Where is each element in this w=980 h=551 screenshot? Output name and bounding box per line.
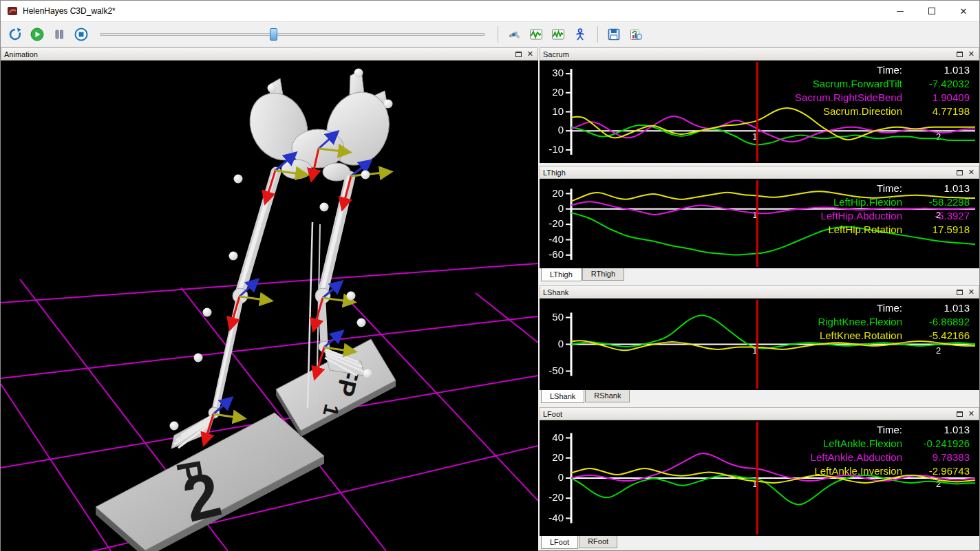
- legend-time-label: Time:: [821, 182, 902, 195]
- legend-series-value: 4.77198: [908, 105, 970, 118]
- 3d-viewport[interactable]: P 2 FP 1: [1, 61, 538, 550]
- legend-series-label: LeftHip.Flexion: [821, 195, 902, 209]
- close-panel-button[interactable]: ✕: [968, 410, 974, 418]
- float-panel-button[interactable]: [957, 411, 963, 417]
- legend-series-label: LeftHip.Rotation: [821, 223, 902, 237]
- title-bar[interactable]: HelenHayes C3D_walk2* ✕: [1, 1, 979, 21]
- float-panel-button[interactable]: [515, 52, 522, 57]
- legend-time-value: 1.013: [908, 301, 970, 315]
- chart-column: Sacrum ✕ Time:1.013Sacrum.ForwardTilt-7.…: [540, 47, 979, 550]
- chart-legend: Time:1.013Sacrum.ForwardTilt-7.42032Sacr…: [795, 63, 970, 118]
- legend-time-value: 1.013: [908, 63, 970, 77]
- legend-series-value: -5.3927: [908, 209, 970, 223]
- panel-lthigh: LThigh ✕ Time:1.013LeftHip.Flexion-58.22…: [540, 166, 979, 283]
- tab-lshank[interactable]: LShank: [541, 390, 584, 403]
- lthigh-chart[interactable]: Time:1.013LeftHip.Flexion-58.2298LeftHip…: [540, 179, 979, 268]
- application-window: HelenHayes C3D_walk2* ✕: [0, 0, 980, 551]
- legend-time-label: Time:: [811, 423, 902, 437]
- sacrum-panel-header: Sacrum ✕: [540, 47, 979, 61]
- lfoot-chart[interactable]: Time:1.013LeftAnkle.Flexion-0.241926Left…: [540, 420, 979, 536]
- legend-series-value: 17.5918: [908, 223, 970, 237]
- legend-series-value: -2.96743: [908, 464, 970, 478]
- legend-series-value: 9.78383: [908, 451, 970, 464]
- stop-button[interactable]: [71, 25, 92, 44]
- close-panel-button[interactable]: ✕: [527, 50, 533, 58]
- panel-title: LShank: [543, 288, 568, 296]
- legend-time-label: Time:: [795, 63, 902, 77]
- maximize-button[interactable]: [916, 1, 948, 21]
- panel-title: LFoot: [543, 410, 562, 418]
- export-report-button[interactable]: [626, 25, 646, 44]
- tab-lthigh[interactable]: LThigh: [541, 268, 582, 281]
- joint-tool-button[interactable]: [504, 25, 524, 44]
- signal-graph-icon: [551, 28, 565, 41]
- toolbar-separator: [597, 26, 598, 43]
- maximize-icon: [928, 8, 935, 14]
- chart-legend: Time:1.013LeftAnkle.Flexion-0.241926Left…: [811, 423, 970, 478]
- tab-rthigh[interactable]: RThigh: [582, 268, 624, 281]
- signal-graph-icon: [529, 28, 543, 41]
- legend-time-label: Time:: [818, 301, 902, 315]
- minimize-button[interactable]: [884, 1, 916, 21]
- legend-series-label: LeftAnkle.Flexion: [811, 437, 902, 451]
- legend-series-value: 1.90409: [908, 91, 970, 105]
- legend-series-label: LeftAnkle.Abduction: [811, 451, 902, 464]
- legend-time-value: 1.013: [908, 182, 970, 195]
- app-icon: [6, 5, 19, 17]
- export-report-icon: [629, 28, 643, 41]
- slider-track[interactable]: [100, 33, 485, 36]
- chart-legend: Time:1.013LeftHip.Flexion-58.2298LeftHip…: [821, 182, 970, 237]
- tab-rshank[interactable]: RShank: [585, 390, 630, 402]
- lfoot-panel-header: LFoot ✕: [540, 407, 979, 420]
- legend-series-label: RightKnee.Flexion: [818, 315, 902, 329]
- legend-series-label: LeftAnkle.Inversion: [811, 464, 902, 478]
- slider-handle[interactable]: [270, 28, 277, 41]
- close-panel-button[interactable]: ✕: [968, 288, 974, 296]
- timeline-slider[interactable]: [100, 26, 485, 43]
- close-button[interactable]: ✕: [948, 1, 979, 21]
- close-panel-button[interactable]: ✕: [968, 169, 974, 176]
- legend-series-label: Sacrum.ForwardTilt: [795, 77, 902, 91]
- loop-icon: [8, 28, 22, 41]
- tab-rfoot[interactable]: RFoot: [579, 536, 617, 548]
- panel-title: Animation: [4, 50, 38, 58]
- play-button[interactable]: [27, 25, 47, 44]
- legend-time-value: 1.013: [908, 423, 970, 437]
- toolbar-separator: [498, 26, 498, 43]
- joint-tool-icon: [507, 28, 521, 41]
- sacrum-chart[interactable]: Time:1.013Sacrum.ForwardTilt-7.42032Sacr…: [540, 61, 979, 163]
- legend-series-label: Sacrum.RightSideBend: [795, 91, 902, 105]
- tab-lfoot[interactable]: LFoot: [541, 536, 578, 549]
- loop-button[interactable]: [5, 25, 25, 44]
- lshank-chart[interactable]: Time:1.013RightKnee.Flexion-6.86892LeftK…: [540, 299, 979, 390]
- float-panel-button[interactable]: [957, 290, 963, 295]
- model-button[interactable]: [570, 25, 590, 44]
- panel-animation: Animation ✕: [1, 47, 538, 550]
- panel-sacrum: Sacrum ✕ Time:1.013Sacrum.ForwardTilt-7.…: [540, 47, 979, 163]
- panel-lshank: LShank ✕ Time:1.013RightKnee.Flexion-6.8…: [540, 285, 979, 404]
- foot-tabbar: LFoot RFoot: [540, 536, 979, 550]
- legend-series-label: Sacrum.Direction: [795, 105, 902, 118]
- pause-button[interactable]: [49, 25, 70, 44]
- close-panel-button[interactable]: ✕: [968, 50, 974, 58]
- legend-series-value: -5.42166: [908, 329, 970, 343]
- legend-series-label: LeftHip.Abduction: [821, 209, 902, 223]
- legend-series-value: -7.42032: [908, 77, 970, 91]
- main-area: Animation ✕: [1, 47, 979, 550]
- legend-series-label: LeftKnee.Rotation: [818, 329, 902, 343]
- save-icon: [607, 28, 621, 41]
- main-toolbar: [1, 21, 979, 47]
- window-title: HelenHayes C3D_walk2*: [23, 6, 116, 16]
- animation-panel-header: Animation ✕: [1, 47, 538, 61]
- signal-graph-button-1[interactable]: [526, 25, 546, 44]
- 3d-scene[interactable]: P 2 FP 1: [1, 61, 538, 551]
- shank-tabbar: LShank RShank: [540, 390, 979, 404]
- save-button[interactable]: [604, 25, 624, 44]
- float-panel-button[interactable]: [957, 170, 963, 175]
- skeleton-model-icon: [573, 28, 587, 41]
- thigh-tabbar: LThigh RThigh: [540, 268, 979, 283]
- close-icon: ✕: [960, 7, 968, 16]
- lthigh-panel-header: LThigh ✕: [540, 166, 979, 179]
- signal-graph-button-2[interactable]: [548, 25, 568, 44]
- float-panel-button[interactable]: [957, 52, 963, 57]
